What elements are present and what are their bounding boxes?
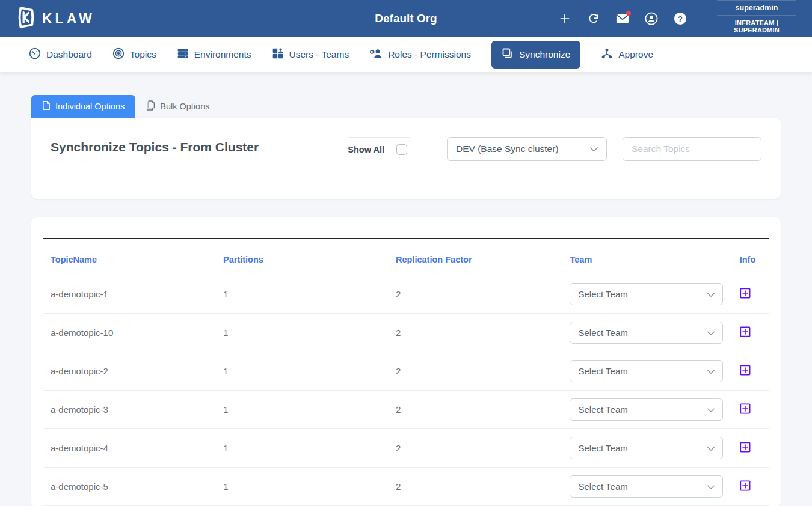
nav-item-dashboard[interactable]: Dashboard xyxy=(29,47,92,62)
nav-item-roles-permissions[interactable]: Roles - Permissions xyxy=(369,47,471,62)
sync-topics-table-panel: TopicName Partitions Replication Factor … xyxy=(31,217,781,506)
documents-icon xyxy=(146,100,155,112)
table-row: a-demotopic-1 1 2 Select Team xyxy=(43,275,769,314)
col-header-partitions: Partitions xyxy=(216,239,389,275)
add-topic-icon[interactable] xyxy=(740,480,751,491)
nav-item-topics[interactable]: Topics xyxy=(112,47,156,62)
approve-icon xyxy=(601,47,613,62)
nav-item-synchronize[interactable]: Synchronize xyxy=(491,41,580,69)
topic-name-cell: a-demotopic-10 xyxy=(43,314,216,352)
dashboard-icon xyxy=(29,47,41,62)
klaw-logo[interactable]: KLAW xyxy=(16,5,95,32)
chevron-down-icon xyxy=(707,481,715,492)
panel-heading: Synchronize Topics - From Cluster xyxy=(51,137,348,154)
table-row: a-demotopic-3 1 2 Select Team xyxy=(43,391,769,429)
chevron-down-icon xyxy=(707,366,715,376)
table-row: a-demotopic-4 1 2 Select Team xyxy=(43,429,769,468)
team-select[interactable]: Select Team xyxy=(570,360,723,382)
add-topic-icon[interactable] xyxy=(740,442,751,453)
team-select[interactable]: Select Team xyxy=(570,322,723,344)
partitions-cell: 1 xyxy=(216,275,389,314)
users-teams-icon xyxy=(272,47,284,62)
nav-item-environments[interactable]: Environments xyxy=(177,47,251,62)
show-all-checkbox[interactable] xyxy=(396,144,407,155)
replication-factor-cell: 2 xyxy=(389,429,562,468)
logo-text: KLAW xyxy=(42,11,95,27)
partitions-cell: 1 xyxy=(216,429,389,468)
mail-icon[interactable] xyxy=(616,12,629,25)
topic-name-cell: a-demotopic-2 xyxy=(43,352,216,391)
svg-text:?: ? xyxy=(678,14,683,23)
chevron-down-icon xyxy=(707,404,715,415)
add-topic-icon[interactable] xyxy=(740,403,751,414)
replication-factor-cell: 2 xyxy=(389,352,562,391)
org-title: Default Org xyxy=(375,12,437,25)
table-row: a-demotopic-10 1 2 Select Team xyxy=(43,314,769,352)
add-topic-icon[interactable] xyxy=(740,365,751,376)
app-header: KLAW Default Org ? superadmin INFRATEAM … xyxy=(0,0,812,37)
team-select[interactable]: Select Team xyxy=(570,398,723,421)
col-header-replication-factor: Replication Factor xyxy=(389,239,562,275)
show-all-group: Show All xyxy=(348,137,410,155)
search-topics-input[interactable] xyxy=(623,137,761,161)
partitions-cell: 1 xyxy=(216,314,389,352)
replication-factor-cell: 2 xyxy=(389,468,562,506)
add-topic-icon[interactable] xyxy=(740,288,751,299)
cluster-select[interactable]: DEV (Base Sync cluster) xyxy=(447,137,607,161)
nav-item-approve[interactable]: Approve xyxy=(601,47,653,62)
topics-icon xyxy=(112,47,125,62)
refresh-icon[interactable] xyxy=(587,12,600,25)
klaw-logo-icon xyxy=(16,5,35,32)
synchronize-icon xyxy=(502,47,514,62)
topic-name-cell: a-demotopic-3 xyxy=(43,391,216,429)
chevron-down-icon xyxy=(707,328,715,338)
help-icon[interactable]: ? xyxy=(674,12,687,25)
notification-dot xyxy=(626,11,631,16)
chevron-down-icon xyxy=(707,443,715,453)
roles-permissions-icon xyxy=(369,47,383,62)
table-row: a-demotopic-2 1 2 Select Team xyxy=(43,352,769,391)
main-content: Individual Options Bulk Options Synchron… xyxy=(0,72,812,506)
add-topic-icon[interactable] xyxy=(740,326,751,337)
col-header-info: Info xyxy=(733,239,769,275)
main-nav: Dashboard Topics Environments Users - Te… xyxy=(0,37,812,72)
replication-factor-cell: 2 xyxy=(389,391,562,429)
partitions-cell: 1 xyxy=(216,468,389,506)
team-role: INFRATEAM | SUPERADMIN xyxy=(717,16,796,37)
environments-icon xyxy=(177,47,189,62)
tab-bulk-options[interactable]: Bulk Options xyxy=(135,95,220,118)
user-info[interactable]: superadmin INFRATEAM | SUPERADMIN xyxy=(717,0,796,38)
chevron-down-icon xyxy=(590,144,598,154)
team-select[interactable]: Select Team xyxy=(570,475,723,498)
sync-tabs: Individual Options Bulk Options xyxy=(31,95,781,118)
nav-item-users-teams[interactable]: Users - Teams xyxy=(272,47,349,62)
topic-name-cell: a-demotopic-4 xyxy=(43,429,216,468)
team-select[interactable]: Select Team xyxy=(570,283,723,305)
team-select[interactable]: Select Team xyxy=(570,437,723,459)
topic-name-cell: a-demotopic-1 xyxy=(43,275,216,314)
partitions-cell: 1 xyxy=(216,391,389,429)
sync-controls-panel: Synchronize Topics - From Cluster Show A… xyxy=(31,118,781,199)
replication-factor-cell: 2 xyxy=(389,314,562,352)
replication-factor-cell: 2 xyxy=(389,275,562,314)
table-header-row: TopicName Partitions Replication Factor … xyxy=(43,239,769,275)
profile-icon[interactable] xyxy=(645,12,658,25)
username: superadmin xyxy=(717,1,796,16)
document-icon xyxy=(42,100,51,112)
add-request-icon[interactable] xyxy=(558,12,571,25)
col-header-team: Team xyxy=(562,239,732,275)
sync-topics-table: TopicName Partitions Replication Factor … xyxy=(43,238,769,506)
tab-individual-options[interactable]: Individual Options xyxy=(31,95,135,118)
table-row: a-demotopic-5 1 2 Select Team xyxy=(43,468,769,506)
show-all-label: Show All xyxy=(348,145,384,154)
topic-name-cell: a-demotopic-5 xyxy=(43,468,216,506)
col-header-topicname: TopicName xyxy=(43,239,216,275)
partitions-cell: 1 xyxy=(216,352,389,391)
chevron-down-icon xyxy=(707,289,715,299)
